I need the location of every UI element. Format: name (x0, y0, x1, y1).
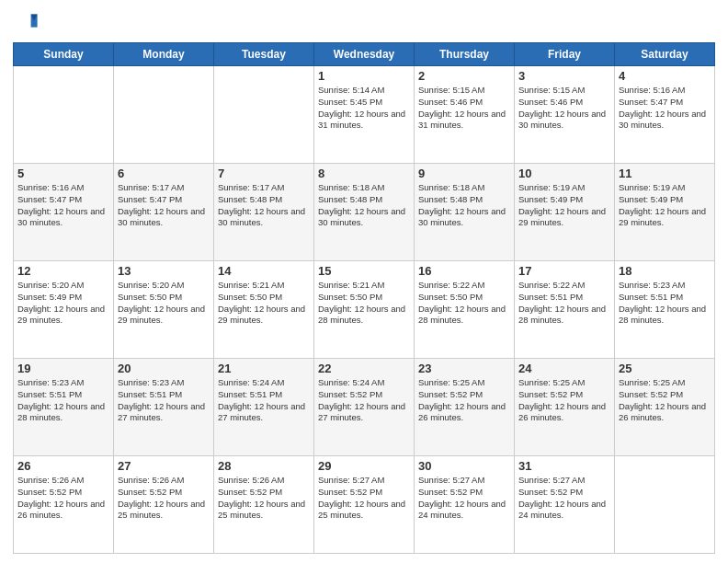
calendar-cell: 17Sunrise: 5:22 AM Sunset: 5:51 PM Dayli… (515, 261, 615, 359)
day-number: 7 (218, 167, 310, 180)
day-info: Sunrise: 5:26 AM Sunset: 5:52 PM Dayligh… (17, 475, 109, 522)
calendar-cell: 24Sunrise: 5:25 AM Sunset: 5:52 PM Dayli… (515, 359, 615, 456)
day-info: Sunrise: 5:26 AM Sunset: 5:52 PM Dayligh… (218, 475, 310, 522)
calendar-cell: 10Sunrise: 5:19 AM Sunset: 5:49 PM Dayli… (515, 164, 615, 261)
calendar-cell: 31Sunrise: 5:27 AM Sunset: 5:52 PM Dayli… (515, 456, 615, 554)
day-number: 3 (518, 69, 610, 83)
calendar-cell: 13Sunrise: 5:20 AM Sunset: 5:50 PM Dayli… (114, 261, 214, 359)
calendar-cell: 11Sunrise: 5:19 AM Sunset: 5:49 PM Dayli… (615, 164, 715, 261)
day-number: 12 (17, 264, 109, 278)
calendar-body: 1Sunrise: 5:14 AM Sunset: 5:45 PM Daylig… (14, 66, 715, 554)
day-number: 22 (318, 362, 410, 375)
day-info: Sunrise: 5:15 AM Sunset: 5:46 PM Dayligh… (518, 85, 610, 132)
calendar-table: SundayMondayTuesdayWednesdayThursdayFrid… (13, 42, 715, 554)
calendar-cell (214, 66, 314, 164)
day-number: 26 (17, 459, 109, 473)
day-info: Sunrise: 5:21 AM Sunset: 5:50 PM Dayligh… (218, 280, 310, 327)
day-info: Sunrise: 5:23 AM Sunset: 5:51 PM Dayligh… (17, 377, 109, 424)
calendar-cell: 7Sunrise: 5:17 AM Sunset: 5:48 PM Daylig… (214, 164, 314, 261)
calendar-week-row: 26Sunrise: 5:26 AM Sunset: 5:52 PM Dayli… (14, 456, 715, 554)
day-number: 29 (318, 459, 410, 473)
calendar-cell (14, 66, 114, 164)
calendar-cell: 14Sunrise: 5:21 AM Sunset: 5:50 PM Dayli… (214, 261, 314, 359)
day-info: Sunrise: 5:20 AM Sunset: 5:50 PM Dayligh… (118, 280, 210, 327)
day-number: 28 (218, 459, 310, 473)
calendar-cell (615, 456, 715, 554)
day-number: 27 (118, 459, 210, 473)
day-number: 14 (218, 264, 310, 278)
day-number: 9 (418, 167, 510, 180)
calendar-cell: 23Sunrise: 5:25 AM Sunset: 5:52 PM Dayli… (415, 359, 515, 456)
day-number: 4 (619, 69, 711, 83)
calendar-cell: 1Sunrise: 5:14 AM Sunset: 5:45 PM Daylig… (314, 66, 415, 164)
day-number: 6 (118, 167, 210, 180)
day-info: Sunrise: 5:27 AM Sunset: 5:52 PM Dayligh… (418, 475, 510, 522)
day-number: 10 (518, 167, 610, 180)
weekday-header: Thursday (415, 43, 515, 66)
day-info: Sunrise: 5:16 AM Sunset: 5:47 PM Dayligh… (17, 182, 109, 229)
calendar-cell: 25Sunrise: 5:25 AM Sunset: 5:52 PM Dayli… (615, 359, 715, 456)
day-info: Sunrise: 5:27 AM Sunset: 5:52 PM Dayligh… (518, 475, 610, 522)
day-number: 11 (619, 167, 711, 180)
calendar-cell: 28Sunrise: 5:26 AM Sunset: 5:52 PM Dayli… (214, 456, 314, 554)
weekday-header: Monday (114, 43, 214, 66)
day-number: 13 (118, 264, 210, 278)
calendar-cell: 12Sunrise: 5:20 AM Sunset: 5:49 PM Dayli… (14, 261, 114, 359)
day-info: Sunrise: 5:26 AM Sunset: 5:52 PM Dayligh… (118, 475, 210, 522)
day-info: Sunrise: 5:23 AM Sunset: 5:51 PM Dayligh… (619, 280, 711, 327)
day-number: 21 (218, 362, 310, 375)
calendar-cell: 19Sunrise: 5:23 AM Sunset: 5:51 PM Dayli… (14, 359, 114, 456)
day-number: 16 (418, 264, 510, 278)
calendar-cell: 22Sunrise: 5:24 AM Sunset: 5:52 PM Dayli… (314, 359, 415, 456)
calendar-cell: 5Sunrise: 5:16 AM Sunset: 5:47 PM Daylig… (14, 164, 114, 261)
calendar-header-row: SundayMondayTuesdayWednesdayThursdayFrid… (14, 43, 715, 66)
logo-icon (13, 9, 39, 35)
day-info: Sunrise: 5:17 AM Sunset: 5:48 PM Dayligh… (218, 182, 310, 229)
calendar-cell: 30Sunrise: 5:27 AM Sunset: 5:52 PM Dayli… (415, 456, 515, 554)
calendar-cell: 3Sunrise: 5:15 AM Sunset: 5:46 PM Daylig… (515, 66, 615, 164)
calendar-cell: 8Sunrise: 5:18 AM Sunset: 5:48 PM Daylig… (314, 164, 415, 261)
day-info: Sunrise: 5:24 AM Sunset: 5:52 PM Dayligh… (318, 377, 410, 424)
day-info: Sunrise: 5:23 AM Sunset: 5:51 PM Dayligh… (118, 377, 210, 424)
day-number: 25 (619, 362, 711, 375)
calendar-cell: 18Sunrise: 5:23 AM Sunset: 5:51 PM Dayli… (615, 261, 715, 359)
calendar-week-row: 19Sunrise: 5:23 AM Sunset: 5:51 PM Dayli… (14, 359, 715, 456)
weekday-header: Tuesday (214, 43, 314, 66)
day-info: Sunrise: 5:21 AM Sunset: 5:50 PM Dayligh… (318, 280, 410, 327)
header (13, 9, 715, 35)
day-info: Sunrise: 5:25 AM Sunset: 5:52 PM Dayligh… (518, 377, 610, 424)
calendar-cell: 26Sunrise: 5:26 AM Sunset: 5:52 PM Dayli… (14, 456, 114, 554)
weekday-header: Wednesday (314, 43, 415, 66)
day-info: Sunrise: 5:14 AM Sunset: 5:45 PM Dayligh… (318, 85, 410, 132)
calendar-cell: 15Sunrise: 5:21 AM Sunset: 5:50 PM Dayli… (314, 261, 415, 359)
day-number: 23 (418, 362, 510, 375)
calendar-week-row: 5Sunrise: 5:16 AM Sunset: 5:47 PM Daylig… (14, 164, 715, 261)
day-number: 19 (17, 362, 109, 375)
day-number: 17 (518, 264, 610, 278)
calendar-cell: 27Sunrise: 5:26 AM Sunset: 5:52 PM Dayli… (114, 456, 214, 554)
calendar-cell: 29Sunrise: 5:27 AM Sunset: 5:52 PM Dayli… (314, 456, 415, 554)
day-number: 2 (418, 69, 510, 83)
day-number: 31 (518, 459, 610, 473)
calendar-week-row: 12Sunrise: 5:20 AM Sunset: 5:49 PM Dayli… (14, 261, 715, 359)
day-number: 20 (118, 362, 210, 375)
calendar-cell: 16Sunrise: 5:22 AM Sunset: 5:50 PM Dayli… (415, 261, 515, 359)
day-number: 1 (318, 69, 410, 83)
calendar-cell: 20Sunrise: 5:23 AM Sunset: 5:51 PM Dayli… (114, 359, 214, 456)
calendar-cell: 6Sunrise: 5:17 AM Sunset: 5:47 PM Daylig… (114, 164, 214, 261)
day-number: 8 (318, 167, 410, 180)
calendar-cell (114, 66, 214, 164)
weekday-header: Saturday (615, 43, 715, 66)
day-info: Sunrise: 5:25 AM Sunset: 5:52 PM Dayligh… (619, 377, 711, 424)
day-info: Sunrise: 5:19 AM Sunset: 5:49 PM Dayligh… (518, 182, 610, 229)
weekday-header: Friday (515, 43, 615, 66)
day-number: 24 (518, 362, 610, 375)
calendar-cell: 4Sunrise: 5:16 AM Sunset: 5:47 PM Daylig… (615, 66, 715, 164)
day-number: 15 (318, 264, 410, 278)
day-info: Sunrise: 5:22 AM Sunset: 5:51 PM Dayligh… (518, 280, 610, 327)
day-number: 18 (619, 264, 711, 278)
day-info: Sunrise: 5:15 AM Sunset: 5:46 PM Dayligh… (418, 85, 510, 132)
calendar-cell: 21Sunrise: 5:24 AM Sunset: 5:51 PM Dayli… (214, 359, 314, 456)
calendar-cell: 2Sunrise: 5:15 AM Sunset: 5:46 PM Daylig… (415, 66, 515, 164)
page: SundayMondayTuesdayWednesdayThursdayFrid… (0, 0, 728, 563)
